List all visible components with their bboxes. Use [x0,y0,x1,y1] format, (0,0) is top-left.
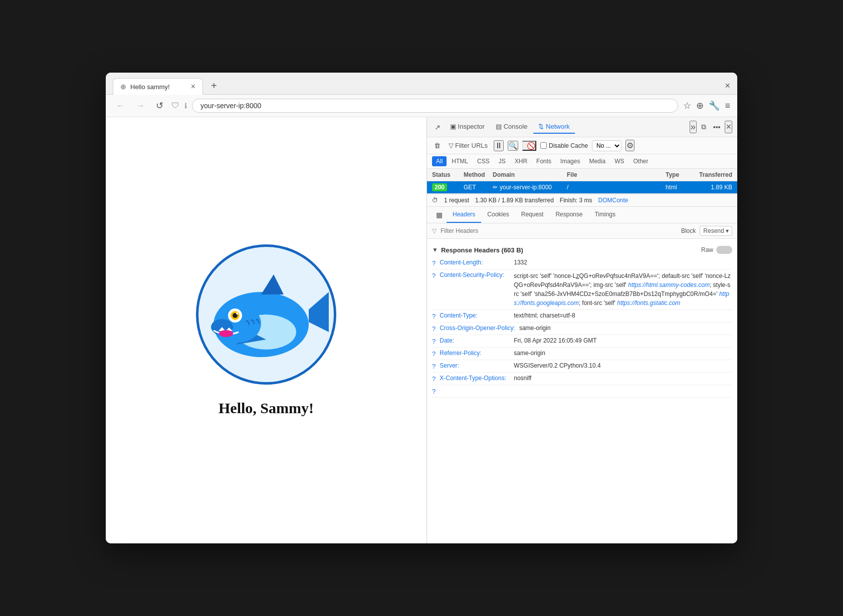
type-tab-media[interactable]: Media [585,156,609,166]
type-tab-html[interactable]: HTML [448,156,472,166]
header-row-extra: ? [432,385,732,398]
forward-button[interactable]: → [133,100,148,112]
search-button[interactable]: 🔍 [508,141,518,151]
browser-tab[interactable]: ⊕ Hello sammy! × [113,78,203,95]
detail-tab-cookies[interactable]: Cookies [481,207,515,223]
section-toggle[interactable]: ▼ [432,246,438,253]
help-icon-xcto[interactable]: ? [432,375,436,383]
type-tab-css[interactable]: CSS [473,156,494,166]
type-tab-ws[interactable]: WS [610,156,628,166]
header-value-date: Fri, 08 Apr 2022 16:05:49 GMT [514,337,596,344]
tab-console[interactable]: ▤ Console [491,120,532,134]
network-settings-button[interactable]: ⚙ [625,140,635,151]
window-close-button[interactable]: × [725,81,730,91]
pencil-icon: ✏ [493,184,498,191]
info-icon: ℹ [184,102,187,110]
resend-button[interactable]: Resend ▾ [700,226,732,236]
type-tab-xhr[interactable]: XHR [511,156,531,166]
type-tab-fonts[interactable]: Fonts [532,156,555,166]
help-icon-extra[interactable]: ? [432,388,436,395]
clear-requests-button[interactable]: 🗑 [432,141,443,150]
row-domain-text: your-server-ip:8000 [500,184,552,191]
block-btn2[interactable]: Block [681,227,696,234]
pause-recording-button[interactable]: ⏸ [494,140,504,151]
detail-panel-icon[interactable]: ▦ [432,208,447,222]
row-transferred: 1.89 KB [692,184,732,191]
response-headers-section-header: ▼ Response Headers (603 B) Raw [432,243,732,257]
filter-urls-button[interactable]: ▽ Filter URLs [447,141,490,150]
browser-window: ⊕ Hello sammy! × + × ← → ↺ 🛡 ℹ your-serv… [106,73,737,543]
header-row-referrer-policy: ? Referrer-Policy: same-origin [432,348,732,360]
page-content: Hello, Sammy! [106,117,427,543]
dom-content-label[interactable]: DOMConte [598,197,628,204]
devtools-close-button[interactable]: × [725,121,732,133]
devtools-toolbar: ↗ ▣ Inspector ▤ Console ⇅ Network » ⧉ ••… [427,117,737,137]
header-key-content-length: Content-Length: [440,259,510,266]
disable-cache-checkbox[interactable] [540,142,547,149]
nav-actions: ☆ ⊕ 🔧 ≡ [683,100,730,111]
type-tab-images[interactable]: Images [556,156,584,166]
pick-element-button[interactable]: ↗ [432,122,443,133]
raw-toggle-switch[interactable] [716,246,732,254]
detail-tab-headers[interactable]: Headers [447,207,481,223]
help-icon-content-length[interactable]: ? [432,259,436,267]
devtools-options-button[interactable]: ••• [711,122,723,133]
throttle-select[interactable]: No ... [592,140,621,151]
block-button[interactable]: 🚫 [522,141,536,151]
address-text: your-server-ip:8000 [200,102,670,110]
tab-inspector[interactable]: ▣ Inspector [445,120,490,134]
reload-button[interactable]: ↺ [153,99,166,112]
nav-bar: ← → ↺ 🛡 ℹ your-server-ip:8000 ☆ ⊕ 🔧 ≡ [106,95,737,117]
type-tab-other[interactable]: Other [629,156,652,166]
header-file: File [567,171,662,178]
help-icon-date[interactable]: ? [432,338,436,345]
tab-network[interactable]: ⇅ Network [533,120,574,134]
header-value-referrer-policy: same-origin [514,350,545,357]
devtools-more-button[interactable]: » [690,121,697,133]
help-icon-server[interactable]: ? [432,363,436,370]
help-icon-referrer-policy[interactable]: ? [432,350,436,358]
menu-button[interactable]: ≡ [725,101,730,111]
responsive-mode-button[interactable]: ⧉ [699,121,709,133]
svg-point-10 [219,330,233,337]
inspector-icon: ▣ [450,123,456,130]
section-title: ▼ Response Headers (603 B) [432,246,523,254]
detail-tab-response[interactable]: Response [549,207,588,223]
filter-headers-bar: ▽ Block Resend ▾ [427,223,737,239]
header-value-coop: same-origin [519,325,551,332]
close-tab-button[interactable]: × [191,83,195,91]
finish-time: Finish: 3 ms [560,197,592,204]
header-value-content-type: text/html; charset=utf-8 [514,312,575,319]
table-row[interactable]: 200 GET ✏ your-server-ip:8000 / html 1.8… [427,181,737,194]
header-value-server: WSGIServer/0.2 CPython/3.10.4 [514,362,600,369]
detail-tab-request[interactable]: Request [515,207,550,223]
settings-button[interactable]: 🔧 [709,100,720,111]
address-bar[interactable]: your-server-ip:8000 [192,99,678,113]
new-tab-button[interactable]: + [207,78,221,94]
filter-headers-input[interactable] [441,227,677,234]
type-tab-all[interactable]: All [432,156,447,166]
type-tab-js[interactable]: JS [495,156,510,166]
pocket-button[interactable]: ⊕ [696,100,704,111]
header-row-coop: ? Cross-Origin-Opener-Policy: same-origi… [432,323,732,335]
detail-tabs: ▦ Headers Cookies Request Response Timin… [427,207,737,223]
headers-section: ▼ Response Headers (603 B) Raw ? Content… [427,239,737,543]
status-badge-cell: 200 [432,184,460,191]
help-icon-content-type[interactable]: ? [432,313,436,320]
help-icon-csp[interactable]: ? [432,272,436,279]
summary-bar: ⏱ 1 request 1.30 KB / 1.89 KB transferre… [427,194,737,207]
header-key-referrer-policy: Referrer-Policy: [440,350,510,357]
type-tabs: All HTML CSS JS XHR Fonts Images Media W… [427,154,737,169]
header-domain: Domain [493,171,563,178]
back-button[interactable]: ← [113,100,128,112]
header-value-content-length: 1332 [514,259,527,266]
disable-cache-label[interactable]: Disable Cache [540,142,588,149]
detail-tab-timings[interactable]: Timings [588,207,621,223]
bookmark-button[interactable]: ☆ [683,100,691,111]
section-title-text: Response Headers (603 B) [441,246,523,254]
header-row-date: ? Date: Fri, 08 Apr 2022 16:05:49 GMT [432,335,732,348]
main-area: Hello, Sammy! ↗ ▣ Inspector ▤ Console ⇅ … [106,117,737,543]
globe-icon: ⊕ [120,83,126,91]
raw-label: Raw [701,246,713,253]
help-icon-coop[interactable]: ? [432,325,436,333]
